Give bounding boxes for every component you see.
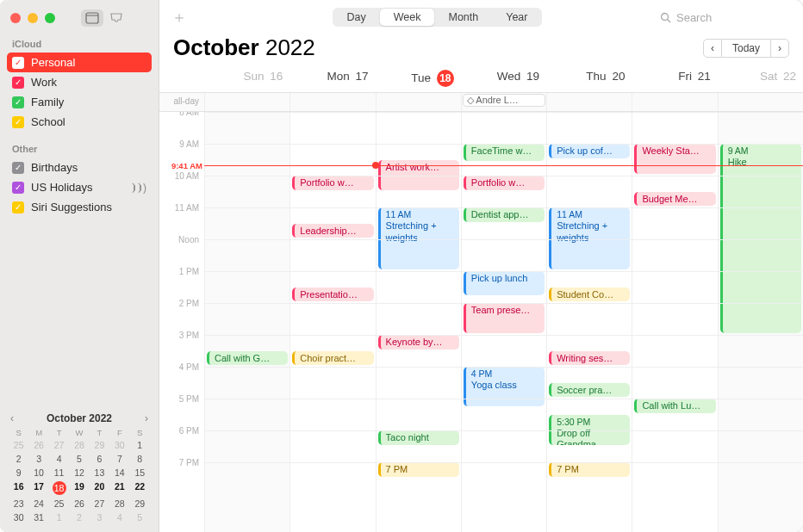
mini-day-cell[interactable]: 2 (9, 453, 28, 465)
calendar-checkbox[interactable]: ✓ (12, 116, 24, 128)
mini-day-cell[interactable]: 28 (69, 439, 89, 451)
view-month[interactable]: Month (434, 9, 492, 26)
mini-day-cell[interactable]: 13 (90, 467, 109, 479)
mini-next-button[interactable]: › (143, 412, 150, 424)
day-header[interactable]: Tue 18 (376, 66, 461, 92)
allday-cell[interactable] (289, 93, 375, 111)
mini-day-cell[interactable]: 4 (109, 511, 129, 523)
allday-cell[interactable] (546, 93, 632, 111)
mini-day-cell[interactable]: 10 (28, 467, 48, 479)
event[interactable]: Call with G… (207, 351, 288, 366)
allday-cell[interactable] (632, 93, 717, 111)
day-header[interactable]: Thu 20 (546, 66, 632, 92)
mini-day-cell[interactable]: 19 (69, 480, 89, 496)
calendar-checkbox[interactable]: ✓ (12, 162, 24, 174)
calendar-view-icon[interactable] (81, 9, 103, 27)
mini-day-cell[interactable]: 3 (90, 511, 109, 523)
mini-day-cell[interactable]: 4 (49, 453, 69, 465)
event[interactable]: 7 PM (549, 462, 630, 477)
day-header[interactable]: Mon 17 (289, 66, 375, 92)
mini-day-cell[interactable]: 5 (69, 453, 89, 465)
calendar-checkbox[interactable]: ✓ (12, 57, 24, 69)
mini-day-cell[interactable]: 23 (9, 498, 28, 510)
event[interactable]: 7 PM (378, 462, 459, 477)
event[interactable]: Portfolio w… (292, 176, 373, 190)
mini-day-cell[interactable]: 1 (130, 439, 150, 451)
calendar-checkbox[interactable]: ✓ (12, 201, 24, 213)
mini-day-cell[interactable]: 28 (109, 498, 129, 510)
event[interactable]: Artist work… (378, 160, 459, 190)
mini-day-cell[interactable]: 26 (28, 439, 48, 451)
calendar-item-personal[interactable]: ✓Personal (7, 53, 152, 72)
day-header[interactable]: Wed 19 (461, 66, 546, 92)
event[interactable]: 9 AMHike (720, 144, 801, 333)
view-week[interactable]: Week (380, 9, 435, 26)
event[interactable]: 11 AMStretching + weights (378, 207, 459, 269)
event[interactable]: Writing ses… (549, 351, 630, 366)
calendar-item-family[interactable]: ✓Family (7, 92, 152, 112)
mini-day-cell[interactable]: 30 (9, 511, 28, 523)
next-week-button[interactable]: › (770, 39, 789, 58)
mini-day-cell[interactable]: 24 (28, 498, 48, 510)
mini-day-cell[interactable]: 25 (49, 498, 69, 510)
fullscreen-window-button[interactable] (45, 13, 55, 23)
mini-day-cell[interactable]: 8 (130, 453, 150, 465)
event[interactable]: Keynote by… (378, 335, 459, 350)
mini-day-cell[interactable]: 12 (69, 467, 89, 479)
mini-day-cell[interactable]: 15 (130, 467, 150, 479)
mini-day-cell[interactable]: 17 (28, 480, 48, 496)
day-header[interactable]: Fri 21 (632, 66, 717, 92)
allday-event[interactable]: ◇ Andre L… (463, 94, 545, 107)
event[interactable]: Portfolio w… (464, 176, 545, 190)
mini-day-cell[interactable]: 21 (109, 480, 129, 496)
calendar-checkbox[interactable]: ✓ (12, 182, 24, 194)
event[interactable]: Team prese… (464, 303, 545, 333)
event[interactable]: Leadership… (292, 224, 373, 238)
calendar-item-birthdays[interactable]: ✓Birthdays (7, 158, 152, 177)
mini-day-cell[interactable]: 6 (90, 453, 109, 465)
event[interactable]: 4 PMYoga class (464, 367, 545, 406)
event[interactable]: Pick up lunch (464, 271, 545, 295)
close-window-button[interactable] (10, 13, 21, 23)
mini-day-cell[interactable]: 26 (69, 498, 89, 510)
add-event-button[interactable]: ＋ (171, 7, 187, 28)
mini-day-cell[interactable]: 1 (49, 511, 69, 523)
mini-day-cell[interactable]: 29 (130, 498, 150, 510)
minimize-window-button[interactable] (28, 13, 38, 23)
view-year[interactable]: Year (492, 9, 541, 26)
allday-cell[interactable]: ◇ Andre L… (461, 93, 546, 111)
mini-day-cell[interactable]: 25 (9, 439, 28, 451)
calendar-checkbox[interactable]: ✓ (12, 96, 24, 108)
event[interactable]: Presentatio… (292, 288, 373, 302)
mini-day-cell[interactable]: 27 (90, 498, 109, 510)
allday-cell[interactable] (376, 93, 461, 111)
event[interactable]: Budget Me… (634, 192, 715, 207)
mini-day-cell[interactable]: 27 (49, 439, 69, 451)
mini-day-cell[interactable]: 30 (109, 439, 129, 451)
event[interactable]: Soccer pra… (549, 383, 630, 398)
calendar-item-siri-suggestions[interactable]: ✓Siri Suggestions (7, 197, 152, 217)
mini-day-cell[interactable]: 5 (130, 511, 150, 523)
allday-cell[interactable] (718, 93, 803, 111)
event[interactable]: 11 AMStretching + weights (549, 207, 630, 269)
mini-day-cell[interactable]: 3 (28, 453, 48, 465)
prev-week-button[interactable]: ‹ (703, 39, 722, 58)
event[interactable]: FaceTime w… (464, 144, 545, 161)
event[interactable]: Student Co… (549, 288, 630, 302)
event[interactable]: Dentist app… (464, 207, 545, 222)
calendar-item-us-holidays[interactable]: ✓US Holidays⦘⦘) (7, 177, 152, 197)
today-button[interactable]: Today (722, 39, 770, 58)
day-header[interactable]: Sun 16 (204, 66, 289, 92)
mini-day-cell[interactable]: 9 (9, 467, 28, 479)
mini-day-cell[interactable]: 31 (28, 511, 48, 523)
calendar-item-work[interactable]: ✓Work (7, 72, 152, 92)
mini-day-cell[interactable]: 2 (69, 511, 89, 523)
mini-day-cell[interactable]: 22 (130, 480, 150, 496)
mini-day-cell[interactable]: 29 (90, 439, 109, 451)
day-header[interactable]: Sat 22 (718, 66, 803, 92)
calendar-item-school[interactable]: ✓School (7, 112, 152, 132)
allday-cell[interactable] (204, 93, 289, 111)
view-day[interactable]: Day (333, 9, 380, 26)
event[interactable]: Pick up cof… (549, 144, 630, 158)
mini-prev-button[interactable]: ‹ (9, 412, 16, 424)
